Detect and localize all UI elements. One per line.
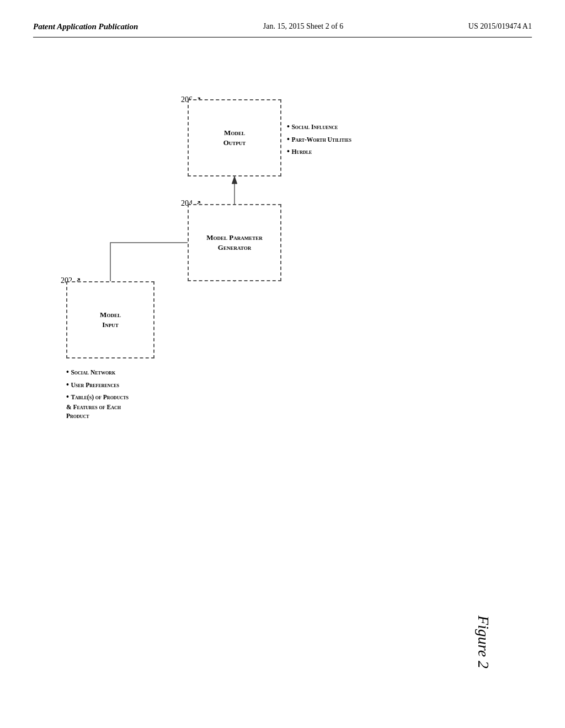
output-bullet-list: Social Influence Part-Worth Utilities Hu… [287, 121, 419, 159]
box-202-line2: Input [102, 320, 119, 330]
bullet-part-worth: Part-Worth Utilities [287, 134, 419, 145]
page: Patent Application Publication Jan. 15, … [0, 0, 565, 728]
bullet-social-network: Social Network [66, 367, 221, 378]
box-model-output: Model Output [188, 99, 281, 176]
input-bullet-list: Social Network User Preferences Table(s)… [66, 367, 221, 422]
diagram-area: 202 ↗ Model Input 204 ↗ Model Parameter … [33, 66, 532, 695]
header-date-sheet: Jan. 15, 2015 Sheet 2 of 6 [263, 22, 343, 31]
page-header: Patent Application Publication Jan. 15, … [33, 22, 532, 31]
bullet-hurdle: Hurdle [287, 146, 419, 157]
header-divider [33, 37, 532, 38]
box-model-parameter-generator: Model Parameter Generator [188, 204, 281, 281]
header-publication-label: Patent Application Publication [33, 22, 138, 31]
header-patent-number: US 2015/019474 A1 [468, 22, 532, 31]
figure-label: Figure 2 [475, 615, 492, 668]
box-model-input: Model Input [66, 281, 154, 358]
box-202-line1: Model [100, 310, 121, 320]
bullet-user-preferences: User Preferences [66, 379, 221, 390]
bullet-table-products: Table(s) of Products& Features of EachPr… [66, 392, 221, 420]
box-206-line1: Model [224, 128, 245, 138]
bullet-social-influence: Social Influence [287, 121, 419, 132]
box-204-line1: Model Parameter [206, 233, 262, 243]
box-206-line2: Output [223, 138, 246, 148]
box-204-line2: Generator [218, 243, 251, 253]
